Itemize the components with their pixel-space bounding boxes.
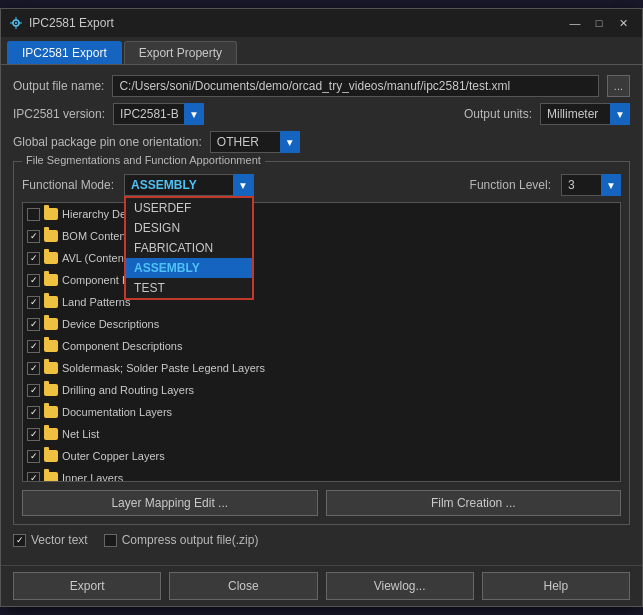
function-level-select[interactable]: 3 [561,174,621,196]
folder-icon [44,384,58,396]
file-name: Drilling and Routing Layers [62,384,616,396]
functional-mode-arrow[interactable]: ▼ [233,174,253,196]
function-level-select-wrap: 3 ▼ [561,174,621,196]
dropdown-item-userdef[interactable]: USERDEF [126,198,252,218]
version-label: IPC2581 version: [13,107,105,121]
app-icon [9,16,23,30]
version-units-row: IPC2581 version: IPC2581-B ▼ Output unit… [13,103,630,125]
file-item[interactable]: ✓Outer Copper Layers [23,445,620,467]
file-checkbox[interactable]: ✓ [27,362,40,375]
file-item[interactable]: ✓Net List [23,423,620,445]
function-level-label: Function Level: [470,178,551,192]
dropdown-item-design[interactable]: DESIGN [126,218,252,238]
version-select[interactable]: IPC2581-B [113,103,204,125]
footer-checks: ✓ Vector text Compress output file(.zip) [13,533,630,547]
file-item[interactable]: ✓Component Packages [23,269,620,291]
output-units-label: Output units: [464,107,532,121]
file-checkbox[interactable]: ✓ [27,472,40,483]
file-item[interactable]: ✓Component Descriptions [23,335,620,357]
title-bar-left: IPC2581 Export [9,16,114,30]
tab-export-property[interactable]: Export Property [124,41,237,64]
functional-mode-menu: USERDEF DESIGN FABRICATION ASSEMBLY TEST [124,196,254,300]
file-checkbox[interactable]: ✓ [27,318,40,331]
folder-icon [44,340,58,352]
folder-icon [44,252,58,264]
folder-icon [44,428,58,440]
file-item[interactable]: ✓Land Patterns [23,291,620,313]
folder-icon [44,450,58,462]
main-buttons: Export Close Viewlog... Help [1,565,642,606]
file-checkbox[interactable] [27,208,40,221]
output-file-input[interactable] [112,75,598,97]
folder-icon [44,296,58,308]
file-name: Soldermask; Solder Paste Legend Layers [62,362,616,374]
folder-icon [44,472,58,482]
viewlog-button[interactable]: Viewlog... [326,572,474,600]
minimize-button[interactable]: — [564,14,586,32]
folder-icon [44,230,58,242]
file-checkbox[interactable]: ✓ [27,406,40,419]
file-name: Outer Copper Layers [62,450,616,462]
file-list-wrap: Hierarchy Design Files✓BOM Content (s)✓A… [22,202,621,482]
group-title: File Segmentations and Function Apportio… [22,154,265,166]
file-checkbox[interactable]: ✓ [27,450,40,463]
file-checkbox[interactable]: ✓ [27,230,40,243]
dropdown-item-assembly[interactable]: ASSEMBLY [126,258,252,278]
maximize-button[interactable]: □ [588,14,610,32]
vector-text-check[interactable]: ✓ Vector text [13,533,88,547]
file-name: Inner Layers [62,472,616,482]
file-item[interactable]: ✓Drilling and Routing Layers [23,379,620,401]
film-creation-button[interactable]: Film Creation ... [326,490,622,516]
file-checkbox[interactable]: ✓ [27,274,40,287]
file-item[interactable]: ✓Inner Layers [23,467,620,482]
compress-label: Compress output file(.zip) [122,533,259,547]
browse-button[interactable]: ... [607,75,630,97]
dropdown-item-fabrication[interactable]: FABRICATION [126,238,252,258]
file-item[interactable]: ✓Soldermask; Solder Paste Legend Layers [23,357,620,379]
file-list[interactable]: Hierarchy Design Files✓BOM Content (s)✓A… [22,202,621,482]
layer-mapping-button[interactable]: Layer Mapping Edit ... [22,490,318,516]
vector-text-label: Vector text [31,533,88,547]
file-checkbox[interactable]: ✓ [27,428,40,441]
main-content: Output file name: ... IPC2581 version: I… [1,65,642,565]
file-name: Component Descriptions [62,340,616,352]
file-name: Device Descriptions [62,318,616,330]
title-bar: IPC2581 Export — □ ✕ [1,9,642,37]
functional-mode-value: ASSEMBLY [125,176,233,194]
folder-icon [44,406,58,418]
global-package-row: Global package pin one orientation: OTHE… [13,131,630,153]
tab-bar: IPC2581 Export Export Property [1,37,642,65]
compress-checkbox[interactable] [104,534,117,547]
functional-mode-trigger[interactable]: ASSEMBLY ▼ [124,174,254,196]
export-button[interactable]: Export [13,572,161,600]
file-item[interactable]: Hierarchy Design Files [23,203,620,225]
file-segmentations-group: File Segmentations and Function Apportio… [13,161,630,525]
file-item[interactable]: ✓Documentation Layers [23,401,620,423]
version-select-wrap: IPC2581-B ▼ [113,103,204,125]
global-package-select-wrap: OTHER ▼ [210,131,300,153]
compress-check[interactable]: Compress output file(.zip) [104,533,259,547]
folder-icon [44,318,58,330]
file-checkbox[interactable]: ✓ [27,340,40,353]
close-button[interactable]: ✕ [612,14,634,32]
global-package-select[interactable]: OTHER [210,131,300,153]
output-units-select[interactable]: Millimeter [540,103,630,125]
file-item[interactable]: ✓BOM Content (s) [23,225,620,247]
output-units-select-wrap: Millimeter ▼ [540,103,630,125]
close-button-main[interactable]: Close [169,572,317,600]
file-item[interactable]: ✓AVL (Content) [23,247,620,269]
help-button[interactable]: Help [482,572,630,600]
global-package-label: Global package pin one orientation: [13,135,202,149]
file-name: Documentation Layers [62,406,616,418]
tab-ipc2581-export[interactable]: IPC2581 Export [7,41,122,64]
window-title: IPC2581 Export [29,16,114,30]
vector-text-checkbox[interactable]: ✓ [13,534,26,547]
file-checkbox[interactable]: ✓ [27,384,40,397]
dropdown-item-test[interactable]: TEST [126,278,252,298]
file-item[interactable]: ✓Device Descriptions [23,313,620,335]
file-checkbox[interactable]: ✓ [27,296,40,309]
folder-icon [44,362,58,374]
file-checkbox[interactable]: ✓ [27,252,40,265]
main-window: IPC2581 Export — □ ✕ IPC2581 Export Expo… [0,8,643,607]
functional-mode-label: Functional Mode: [22,178,114,192]
